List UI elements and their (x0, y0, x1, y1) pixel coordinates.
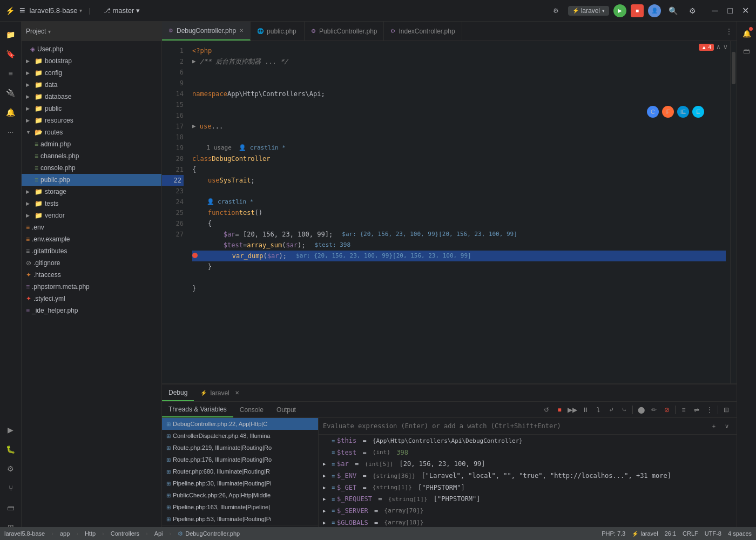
status-app[interactable]: app (60, 530, 70, 537)
thread-item-4[interactable]: ⊞ Router.php:680, Illuminate|Routing|R (162, 465, 318, 477)
debug-tab-debug[interactable]: Debug (162, 384, 194, 401)
step-over-button[interactable]: ⤵ (592, 404, 604, 416)
status-api[interactable]: Api (154, 530, 163, 537)
var-collapse-icon[interactable]: ▶ (323, 496, 329, 502)
tree-item-data[interactable]: ▶ 📁 data (22, 79, 161, 91)
firefox-icon[interactable]: F (662, 106, 674, 118)
var-collapse-icon[interactable]: ▶ (323, 461, 329, 467)
thread-item-6[interactable]: ⊞ PublicCheck.php:26, App|Http|Middle (162, 489, 318, 501)
tree-item-user[interactable]: ◈ User.php (22, 43, 161, 55)
eval-down-btn[interactable]: ∨ (721, 421, 732, 431)
step-into-button[interactable]: ⤶ (605, 404, 617, 416)
tab-index-controller[interactable]: ⚙ IndexController.php (384, 22, 462, 40)
tree-item-bootstrap[interactable]: ▶ 📁 bootstrap (22, 55, 161, 67)
tree-item-gitignore[interactable]: ⊘ .gitignore (22, 257, 161, 269)
edge-icon[interactable]: E (692, 106, 704, 118)
var-item-env[interactable]: ▶ ≡ $_ENV = {string[36]} ["Laravel", "lo… (319, 470, 737, 482)
var-item-get[interactable]: ▶ ≡ $_GET = {string[1]} ["PHPSTORM"] (319, 482, 737, 494)
tree-item-config[interactable]: ▶ 📁 config (22, 67, 161, 79)
step-out-button[interactable]: ⤷ (618, 404, 630, 416)
status-line-ending[interactable]: CRLF (683, 530, 698, 537)
notifications-right-icon[interactable]: 🔔 (739, 26, 754, 41)
tree-item-htaccess[interactable]: ✦ .htaccess (22, 269, 161, 281)
debug-tab-laravel[interactable]: ⚡ laravel ✕ (194, 384, 245, 401)
vertical-scrollbar[interactable] (730, 41, 737, 383)
nav-down-icon[interactable]: ∨ (723, 43, 728, 51)
resume-button[interactable]: ▶▶ (566, 404, 578, 416)
debug-sidebar-icon[interactable]: 🐛 (2, 441, 19, 458)
tree-item-storage[interactable]: ▶ 📁 storage (22, 186, 161, 198)
tab-public[interactable]: 🌐 public.php (251, 22, 305, 40)
tree-item-console[interactable]: ≡ console.php (22, 162, 161, 174)
var-collapse-icon[interactable]: ▶ (323, 473, 329, 478)
console-tab[interactable]: Console (233, 402, 270, 417)
laravel-tab-close-icon[interactable]: ✕ (235, 390, 239, 396)
thread-item-1[interactable]: ⊞ ControllerDispatcher.php:48, Illumina (162, 430, 318, 442)
services-icon[interactable]: ⚙ (2, 460, 19, 477)
var-item-ar[interactable]: ▶ ≡ $ar = (int[5]) [20, 156, 23, 100, 99… (319, 458, 737, 470)
project-name[interactable]: laravel5.8-base ▾ (30, 6, 83, 15)
tree-item-channels[interactable]: ≡ channels.php (22, 150, 161, 162)
pause-button[interactable]: ⏸ (579, 404, 591, 416)
status-laravel[interactable]: ⚡ laravel (632, 530, 658, 537)
rerun-button[interactable]: ↺ (541, 404, 552, 416)
run-button[interactable]: ▶ (613, 4, 626, 17)
eval-add-btn[interactable]: + (708, 421, 719, 431)
status-project[interactable]: laravel5.8-base (4, 530, 45, 537)
branch-selector[interactable]: ⎇ master ▾ (104, 6, 140, 15)
run-to-cursor-button[interactable]: ⬤ (635, 404, 647, 416)
run-config[interactable]: ⚡ laravel ▾ (568, 6, 609, 16)
tree-item-public-php[interactable]: ≡ public.php (22, 174, 161, 186)
maximize-button[interactable]: □ (724, 4, 737, 17)
status-file[interactable]: ⚙ DebugController.php (178, 530, 240, 537)
var-item-request[interactable]: ▶ ≡ $_REQUEST = {string[1]} ["PHPSTORM"] (319, 494, 737, 505)
hamburger-menu[interactable]: ≡ (19, 5, 25, 16)
tree-item-phpstorm-meta[interactable]: ≡ .phpstorm.meta.php (22, 281, 161, 293)
var-collapse-icon[interactable]: ▶ (323, 508, 329, 514)
ie-icon[interactable]: IE (677, 106, 689, 118)
thread-item-7[interactable]: ⊞ Pipeline.php:163, Illuminate|Pipeline| (162, 501, 318, 513)
settings-watch-btn[interactable]: ⚙ (549, 3, 564, 18)
structure-icon[interactable]: ≡ (2, 65, 19, 82)
run-sidebar-icon[interactable]: ▶ (2, 421, 19, 438)
plugins-icon[interactable]: 🔌 (2, 84, 19, 102)
profile-avatar[interactable]: 👤 (648, 4, 661, 17)
tree-item-styleci[interactable]: ✦ .styleci.yml (22, 293, 161, 305)
project-icon[interactable]: 📁 (2, 26, 19, 43)
tab-debug-controller[interactable]: ⚙ DebugController.php ✕ (162, 22, 251, 40)
thread-item-5[interactable]: ⊞ Pipeline.php:30, Illuminate|Routing|Pi (162, 477, 318, 489)
scrollbar-thumb[interactable] (732, 52, 735, 84)
code-content[interactable]: <?php ▶ /** 后台首页控制器 ... */ namespace App… (188, 41, 730, 383)
tree-item-env[interactable]: ≡ .env (22, 221, 161, 233)
status-http[interactable]: Http (85, 530, 96, 537)
var-item-this[interactable]: ≡ $this = {App\Http\Controllers\Api\Debu… (319, 435, 737, 447)
database-right-icon[interactable]: 🗃 (739, 43, 754, 58)
database-icon[interactable]: 🗃 (2, 499, 19, 516)
status-indent[interactable]: 4 spaces (728, 530, 752, 537)
output-tab[interactable]: Output (270, 402, 302, 417)
tree-item-routes[interactable]: ▼ 📂 routes (22, 126, 161, 138)
stop-button[interactable]: ■ (631, 4, 644, 17)
evaluate-button[interactable]: ✏ (648, 404, 660, 416)
tree-item-gitattributes[interactable]: ≡ .gitattributes (22, 245, 161, 257)
thread-item-3[interactable]: ⊞ Route.php:176, Illuminate|Routing|Ro (162, 454, 318, 465)
thread-item-2[interactable]: ⊞ Route.php:219, Illuminate|Routing|Ro (162, 442, 318, 454)
status-encoding[interactable]: UTF-8 (705, 530, 721, 537)
tree-item-database[interactable]: ▶ 📁 database (22, 91, 161, 103)
thread-item-0[interactable]: ⊞ DebugController.php:22, App|Http|C (162, 418, 318, 430)
mute-breakpoints-button[interactable]: ⊘ (661, 404, 673, 416)
var-collapse-icon[interactable]: ▶ (323, 520, 329, 525)
var-item-server[interactable]: ▶ ≡ $_SERVER = {array[70]} (319, 505, 737, 517)
var-item-test[interactable]: ≡ $test = (int) 398 (319, 447, 737, 458)
status-php[interactable]: PHP: 7.3 (602, 530, 625, 537)
eval-input[interactable] (323, 422, 706, 430)
git-icon[interactable]: ⑂ (2, 480, 19, 497)
filter-button[interactable]: ⇌ (691, 404, 703, 416)
more-icon[interactable]: ··· (2, 123, 19, 140)
bookmarks-icon[interactable]: 🔖 (2, 45, 19, 63)
tree-item-ide-helper[interactable]: ≡ _ide_helper.php (22, 305, 161, 316)
status-cursor[interactable]: 26:1 (665, 530, 676, 537)
status-controllers[interactable]: Controllers (111, 530, 139, 537)
tree-item-resources[interactable]: ▶ 📁 resources (22, 114, 161, 126)
settings-button[interactable]: ⚙ (685, 3, 700, 18)
